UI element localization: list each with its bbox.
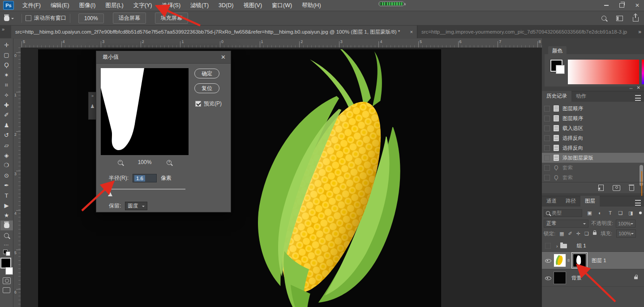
layer-row-layer1[interactable]: 8 图层 1	[542, 252, 644, 269]
history-source-checkbox[interactable]	[544, 165, 550, 171]
close-icon[interactable]: ✕	[635, 3, 640, 8]
slider-thumb[interactable]	[108, 190, 112, 196]
fit-screen-button[interactable]: 适合屏幕	[113, 13, 146, 24]
eyedropper-tool[interactable]: ✧	[0, 90, 13, 100]
history-source-checkbox[interactable]	[544, 135, 550, 141]
history-item[interactable]: 图层顺序	[542, 104, 644, 113]
tab-close-icon[interactable]: ×	[410, 29, 413, 35]
opacity-value[interactable]: 100%	[616, 220, 635, 228]
hand-tool[interactable]	[0, 221, 13, 230]
menu-item[interactable]: 视图(V)	[238, 0, 267, 11]
zoom-tool[interactable]	[0, 230, 13, 240]
blend-mode-select[interactable]: 正常	[544, 220, 588, 228]
menu-item[interactable]: 文件(F)	[17, 0, 46, 11]
eye-icon[interactable]	[545, 258, 551, 264]
layer-thumbnail[interactable]	[554, 254, 566, 267]
type-layer-filter-icon[interactable]: T	[606, 210, 614, 216]
history-source-checkbox[interactable]	[544, 116, 550, 121]
background-color-swatch[interactable]	[5, 267, 13, 275]
background-thumbnail[interactable]	[554, 272, 566, 284]
color-panel-swatches[interactable]	[550, 60, 566, 75]
edit-toolbar-icon[interactable]: ⋯	[4, 242, 9, 248]
shape-tool[interactable]: ★	[0, 211, 13, 221]
radius-input[interactable]: 1.6	[133, 174, 157, 182]
brush-tool[interactable]: ✐	[0, 110, 13, 120]
preserve-select[interactable]: 圆度	[125, 202, 147, 210]
tab-overflow-icon[interactable]: »	[638, 29, 641, 35]
menu-item[interactable]: 窗口(W)	[267, 0, 297, 11]
layer-mask-thumbnail[interactable]	[573, 254, 586, 267]
panel-close-icon[interactable]: ✕	[637, 85, 640, 90]
path-select-tool[interactable]: ▶	[0, 200, 13, 210]
restore-icon[interactable]	[619, 3, 624, 8]
history-item[interactable]: 添加图层蒙版	[542, 153, 644, 163]
filter-preview[interactable]	[101, 68, 189, 155]
menu-item[interactable]: 3D(D)	[214, 0, 238, 11]
history-item[interactable]: Ϙ套索	[542, 173, 644, 182]
crop-tool[interactable]: ⌗	[0, 80, 13, 90]
menu-item[interactable]: 帮助(H)	[297, 0, 326, 11]
slider-track[interactable]	[107, 189, 185, 190]
lock-artboard-icon[interactable]: ❏	[584, 231, 589, 237]
tab-history[interactable]: 历史记录	[542, 91, 571, 102]
new-document-from-state-icon[interactable]	[598, 185, 604, 191]
layer-row-background[interactable]: 背景	[542, 269, 644, 287]
tab-channels[interactable]: 通道	[542, 196, 561, 207]
spot-healing-brush-tool[interactable]: ✚	[0, 100, 13, 110]
pixel-layer-filter-icon[interactable]: ▣	[586, 210, 593, 216]
history-item[interactable]: 图层顺序	[542, 113, 644, 123]
ok-button[interactable]: 确定	[194, 69, 219, 78]
visibility-toggle[interactable]	[545, 243, 551, 249]
menu-item[interactable]: 文字(Y)	[129, 0, 157, 11]
lock-paint-icon[interactable]: ✐	[568, 231, 572, 237]
filter-toggle-icon[interactable]	[639, 212, 642, 214]
menu-item[interactable]: 图像(I)	[74, 0, 101, 11]
tab-paths[interactable]: 路径	[561, 196, 580, 207]
menu-item[interactable]: 图层(L)	[100, 0, 128, 11]
mask-link-icon[interactable]: 8	[567, 258, 570, 263]
reset-button[interactable]: 复位	[194, 83, 219, 93]
lock-transparency-icon[interactable]: ▦	[559, 231, 564, 237]
move-tool[interactable]: ✛	[0, 40, 13, 50]
tab-actions[interactable]: 动作	[571, 91, 591, 102]
document-tab-1[interactable]: src=http__hbimg.b0.upaiyun.com_2f7e90bff…	[11, 26, 417, 38]
panel-collapse-icon[interactable]: ↔	[629, 85, 633, 90]
menu-item[interactable]: 滤镜(T)	[185, 0, 214, 11]
delete-state-icon[interactable]	[629, 186, 634, 191]
dodge-tool[interactable]: ⊙	[0, 170, 13, 180]
zoom-out-icon[interactable]	[118, 160, 123, 165]
panel-menu-icon[interactable]	[635, 95, 641, 101]
tab-layers[interactable]: 图层	[580, 196, 600, 207]
hue-bar[interactable]	[642, 60, 644, 84]
magic-wand-tool[interactable]: ✶	[0, 70, 13, 80]
radius-slider[interactable]	[107, 188, 185, 194]
color-swatches[interactable]	[0, 258, 13, 275]
fill-screen-button[interactable]: 填充屏幕	[155, 13, 188, 24]
menu-item[interactable]: 编辑(E)	[46, 0, 74, 11]
lock-move-icon[interactable]: ✛	[576, 231, 580, 237]
history-item[interactable]: 选择反向	[542, 143, 644, 153]
zoom-100-button[interactable]: 100%	[78, 13, 104, 23]
panel-menu-icon[interactable]	[635, 200, 641, 206]
history-item[interactable]: 载入选区	[542, 123, 644, 133]
gradient-tool[interactable]: ◈	[0, 150, 13, 160]
clone-source-panel-icon[interactable]: ♟	[90, 104, 95, 109]
layer-row-group[interactable]: › 组 1	[542, 240, 644, 252]
shape-layer-filter-icon[interactable]: ❏	[617, 210, 624, 216]
history-source-checkbox[interactable]	[544, 125, 550, 131]
workspace-icon[interactable]	[616, 16, 623, 21]
history-source-checkbox[interactable]	[544, 175, 550, 181]
menu-item[interactable]: 选择(S)	[157, 0, 185, 11]
history-item[interactable]: Ϙ套索	[542, 163, 644, 173]
clone-stamp-tool[interactable]: ♟	[0, 120, 13, 130]
dialog-title-bar[interactable]: 最小值 ✕	[96, 51, 231, 64]
history-item[interactable]: 选择反向	[542, 133, 644, 143]
history-source-checkbox[interactable]	[544, 106, 550, 112]
expand-panel-icon[interactable]: »	[91, 94, 94, 98]
search-icon[interactable]	[601, 16, 606, 21]
dialog-close-icon[interactable]: ✕	[221, 54, 226, 61]
saturation-gradient[interactable]	[568, 60, 639, 84]
group-caret-icon[interactable]: ›	[556, 243, 558, 249]
share-icon[interactable]	[633, 17, 639, 22]
pen-tool[interactable]: ✒	[0, 180, 13, 190]
